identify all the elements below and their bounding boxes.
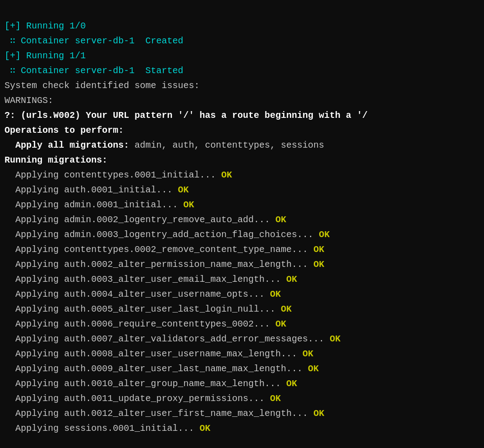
terminal-text-segment: Applying auth.0006_require_contenttypes_… bbox=[5, 319, 275, 329]
terminal-line: [+] Running 1/1 bbox=[5, 48, 479, 63]
terminal-text-segment: OK bbox=[221, 170, 232, 180]
terminal-text-segment: Applying auth.0007_alter_validators_add_… bbox=[5, 334, 330, 344]
terminal-text-segment: Applying auth.0001_initial... bbox=[5, 185, 178, 195]
terminal-text-segment: OK bbox=[200, 423, 210, 434]
terminal-line: Applying contenttypes.0002_remove_conten… bbox=[5, 242, 479, 257]
terminal-text-segment: admin, auth, contenttypes, sessions bbox=[135, 140, 324, 150]
terminal-line: Running migrations: bbox=[5, 153, 479, 168]
terminal-text-segment: OK bbox=[275, 215, 286, 225]
terminal-text-segment: Applying sessions.0001_initial... bbox=[5, 423, 200, 434]
terminal-line: Applying auth.0007_alter_validators_add_… bbox=[5, 331, 479, 346]
terminal-text-segment: Applying contenttypes.0002_remove_conten… bbox=[5, 244, 313, 255]
terminal-text-segment: OK bbox=[281, 304, 292, 314]
terminal-line: Applying contenttypes.0001_initial... OK bbox=[5, 168, 479, 182]
terminal-line: WARNINGS: bbox=[5, 93, 479, 108]
terminal-line: Applying auth.0011_update_proxy_permissi… bbox=[5, 391, 479, 406]
terminal-line: ∷ Container server-db-1 Created bbox=[5, 33, 479, 48]
terminal-text-segment: Applying auth.0005_alter_user_last_login… bbox=[5, 304, 281, 314]
terminal-text-segment: OK bbox=[313, 408, 324, 419]
terminal-line: Applying admin.0003_logentry_add_action_… bbox=[5, 227, 479, 242]
terminal-text-segment: Applying auth.0011_update_proxy_permissi… bbox=[5, 393, 270, 404]
terminal-line: ∷ Container server-db-1 Started bbox=[5, 63, 479, 78]
terminal-text-segment: ∷ Container server-db-1 Created bbox=[5, 36, 183, 46]
terminal-text-segment: Applying auth.0003_alter_user_email_max_… bbox=[5, 274, 286, 285]
terminal-text-segment: OK bbox=[286, 378, 297, 389]
terminal-text-segment: Applying auth.0012_alter_user_first_name… bbox=[5, 408, 313, 419]
terminal-line: Applying auth.0001_initial... OK bbox=[5, 182, 479, 197]
terminal-text-segment: Applying auth.0009_alter_user_last_name_… bbox=[5, 364, 308, 374]
terminal-line: Applying sessions.0001_initial... OK bbox=[5, 421, 479, 436]
terminal-line: Applying auth.0008_alter_user_username_m… bbox=[5, 346, 479, 361]
terminal-text-segment: Applying admin.0003_logentry_add_action_… bbox=[5, 229, 319, 240]
terminal-text-segment: OK bbox=[330, 334, 340, 344]
terminal-line: Applying auth.0002_alter_permission_name… bbox=[5, 257, 479, 272]
terminal-text-segment: Applying auth.0008_alter_user_username_m… bbox=[5, 349, 302, 359]
terminal-text-segment: Running migrations: bbox=[5, 155, 107, 165]
terminal-text-segment: ∷ Container server-db-1 Started bbox=[5, 65, 183, 76]
terminal-line: System check identified some issues: bbox=[5, 78, 479, 93]
terminal-text-segment: Applying auth.0010_alter_group_name_max_… bbox=[5, 378, 286, 389]
terminal-output: [+] Running 1/0 ∷ Container server-db-1 … bbox=[0, 0, 484, 439]
terminal-text-segment: WARNINGS: bbox=[5, 95, 53, 106]
terminal-line: Applying admin.0002_logentry_remove_auto… bbox=[5, 212, 479, 227]
terminal-line: Applying auth.0003_alter_user_email_max_… bbox=[5, 272, 479, 287]
terminal-text-segment: OK bbox=[270, 289, 281, 299]
terminal-line: Applying auth.0010_alter_group_name_max_… bbox=[5, 376, 479, 391]
terminal-text-segment: Applying admin.0002_logentry_remove_auto… bbox=[5, 215, 275, 225]
terminal-line: Applying auth.0012_alter_user_first_name… bbox=[5, 406, 479, 421]
terminal-text-segment: Applying admin.0001_initial... bbox=[5, 200, 183, 210]
terminal-text-segment: OK bbox=[319, 229, 330, 240]
terminal-line: Apply all migrations: admin, auth, conte… bbox=[5, 138, 479, 153]
terminal-line: Applying auth.0006_require_contenttypes_… bbox=[5, 317, 479, 331]
terminal-line: Applying admin.0001_initial... OK bbox=[5, 197, 479, 212]
terminal-text-segment: Applying auth.0004_alter_user_username_o… bbox=[5, 289, 270, 299]
terminal-text-segment: Apply all migrations: bbox=[5, 140, 135, 150]
terminal-text-segment: [+] Running 1/1 bbox=[5, 51, 86, 61]
terminal-text-segment: ?: (urls.W002) Your URL pattern '/' has … bbox=[5, 110, 368, 121]
terminal-text-segment: OK bbox=[308, 364, 319, 374]
terminal-text-segment: OK bbox=[286, 274, 297, 285]
terminal-text-segment: OK bbox=[270, 393, 281, 404]
terminal-text-segment: [+] Running 1/0 bbox=[5, 21, 86, 31]
terminal-text-segment: Applying contenttypes.0001_initial... bbox=[5, 170, 221, 180]
terminal-line: Applying auth.0009_alter_user_last_name_… bbox=[5, 361, 479, 376]
terminal-line: Applying auth.0004_alter_user_username_o… bbox=[5, 287, 479, 302]
terminal-text-segment: OK bbox=[275, 319, 286, 329]
terminal-text-segment: Applying auth.0002_alter_permission_name… bbox=[5, 259, 313, 270]
terminal-text-segment: System check identified some issues: bbox=[5, 80, 200, 91]
terminal-text-segment: OK bbox=[313, 244, 324, 255]
terminal-text-segment: OK bbox=[183, 200, 194, 210]
terminal-line: [+] Running 1/0 bbox=[5, 19, 479, 33]
terminal-text-segment: OK bbox=[302, 349, 313, 359]
terminal-text-segment: Operations to perform: bbox=[5, 125, 124, 135]
terminal-text-segment: OK bbox=[178, 185, 189, 195]
terminal-line: Applying auth.0005_alter_user_last_login… bbox=[5, 302, 479, 317]
terminal-line: Operations to perform: bbox=[5, 123, 479, 138]
terminal-text-segment: OK bbox=[313, 259, 324, 270]
terminal-line: ?: (urls.W002) Your URL pattern '/' has … bbox=[5, 108, 479, 123]
